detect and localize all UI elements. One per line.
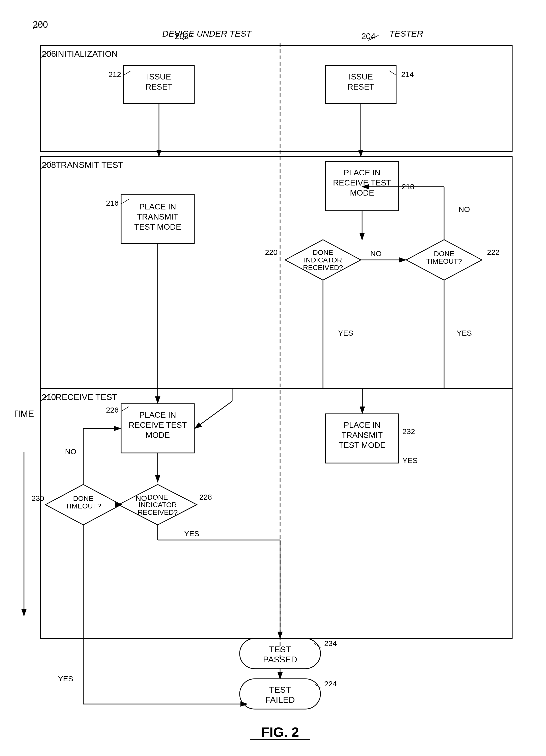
- fig-label: FIG. 2: [261, 724, 299, 740]
- section-206-ref: 206: [42, 49, 56, 59]
- node-232-line2: TRANSMIT: [341, 430, 383, 440]
- diamond-220-line2: INDICATOR: [304, 256, 342, 264]
- node-214-ref: 214: [401, 70, 414, 78]
- node-232-ref: 232: [402, 427, 415, 436]
- diamond-228-line1: DONE: [148, 493, 168, 501]
- node-224-line1: TEST: [269, 685, 291, 694]
- node-218-line3: MODE: [350, 188, 374, 197]
- diamond-220-line1: DONE: [313, 249, 333, 256]
- node-216-line2: TRANSMIT: [137, 212, 178, 221]
- yes-label-220: YES: [338, 329, 353, 337]
- no-label-220: NO: [370, 249, 382, 258]
- diamond-222-line2: TIMEOUT?: [426, 257, 462, 265]
- diamond-230-line1: DONE: [73, 495, 94, 502]
- section-210-ref: 210: [42, 392, 56, 402]
- svg-line-9: [121, 199, 129, 204]
- transmit-test-label: TRANSMIT TEST: [56, 160, 123, 170]
- tester-ref: 204: [361, 31, 376, 41]
- time-label: TIME: [15, 409, 34, 419]
- node-226-ref: 226: [106, 406, 119, 414]
- svg-line-11: [121, 407, 129, 411]
- section-transmit-box: [40, 156, 512, 389]
- diamond-230-ref: 230: [32, 494, 44, 502]
- diamond-222-ref: 222: [487, 248, 500, 256]
- node-226-line1: PLACE IN: [139, 410, 176, 419]
- yes-label-228: YES: [184, 529, 199, 538]
- node-234-line1: TEST: [269, 644, 291, 654]
- node-232-line3: TEST MODE: [339, 441, 386, 450]
- yes-label-222: YES: [457, 329, 472, 337]
- arrow-220-yes-to226: [195, 401, 232, 428]
- diamond-230-line2: TIMEOUT?: [65, 502, 101, 510]
- diamond-220-ref: 220: [265, 248, 278, 256]
- node-232-line1: PLACE IN: [344, 420, 380, 429]
- node-218-line2: RECEIVE TEST: [333, 178, 391, 187]
- node-216-line3: TEST MODE: [134, 222, 181, 231]
- diamond-228-ref: 228: [199, 493, 212, 501]
- node-234-line2: PASSED: [263, 655, 297, 664]
- no-label-228: NO: [136, 494, 147, 502]
- initialization-label: INITIALIZATION: [56, 49, 118, 59]
- diamond-220-line3: RECEIVED?: [303, 264, 343, 272]
- node-226-line3: MODE: [146, 430, 170, 440]
- node-214-line2: RESET: [347, 82, 374, 91]
- tester-label: TESTER: [389, 29, 423, 38]
- node-218-line1: PLACE IN: [344, 168, 380, 177]
- section-initialization-box: [40, 45, 512, 151]
- section-receive-box: [40, 389, 512, 638]
- yes-label-230: YES: [58, 674, 73, 683]
- no-label-230: NO: [65, 447, 76, 456]
- no-label-222: NO: [459, 205, 470, 213]
- node-214-line1: ISSUE: [349, 72, 373, 81]
- node-212-ref: 212: [108, 70, 121, 78]
- receive-test-label: RECEIVE TEST: [56, 392, 117, 402]
- node-226-line2: RECEIVE TEST: [129, 420, 187, 429]
- diagram-container: 200 202 DEVICE UNDER TEST 204 TESTER 206…: [15, 10, 530, 742]
- diamond-228-line3: RECEIVED?: [138, 508, 178, 516]
- diamond-222-line1: DONE: [434, 250, 454, 258]
- svg-line-6: [124, 71, 131, 75]
- node-216-line1: PLACE IN: [139, 202, 176, 211]
- node-234-ref: 234: [324, 639, 337, 647]
- dut-label: DEVICE UNDER TEST: [162, 29, 252, 38]
- yes-label-232-right: YES: [402, 456, 418, 465]
- figure-ref: 200: [33, 19, 48, 30]
- node-212-line1: ISSUE: [147, 72, 171, 81]
- node-216-ref: 216: [106, 199, 119, 207]
- node-224-ref: 224: [324, 680, 337, 688]
- node-212-line2: RESET: [146, 82, 173, 91]
- svg-line-7: [389, 71, 396, 75]
- section-208-ref: 208: [42, 160, 56, 170]
- node-224-line2: FAILED: [265, 695, 295, 705]
